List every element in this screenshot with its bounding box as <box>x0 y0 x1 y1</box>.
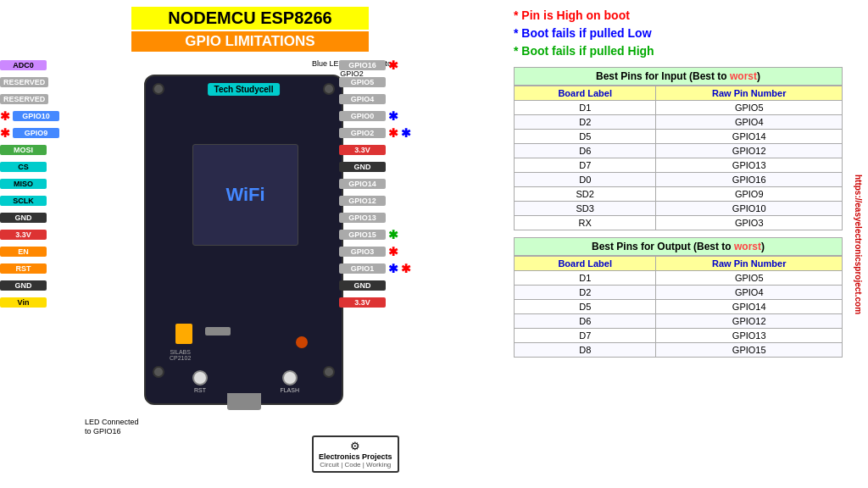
input-table-title: Best Pins for Input (Best to worst) <box>514 67 843 86</box>
pin-adc0: ADC0 <box>0 60 47 70</box>
pin-row-gpio14: GPIO14 <box>339 176 411 191</box>
pin-en: EN <box>0 247 47 257</box>
pin-row-gpio3: GPIO3 ✱ <box>339 244 411 259</box>
pin-gpio13: GPIO13 <box>339 213 386 223</box>
legend-item3: * Boot fails if pulled High <box>514 42 843 60</box>
logo-sub: Circuit | Code | Working <box>319 461 392 469</box>
pin-row-en: EN <box>0 244 59 259</box>
mount-hole-tr <box>323 83 335 95</box>
star-gpio2-red: ✱ <box>388 126 398 140</box>
title-box: NODEMCU ESP8266 GPIO LIMITATIONS <box>131 7 369 52</box>
pin-row-gnd1: GND <box>0 210 59 225</box>
pin-row-gpio5: GPIO5 <box>339 75 411 90</box>
input-header-board: Board Label <box>515 86 656 101</box>
pin-gnd1: GND <box>0 213 47 223</box>
output-table-title: Best Pins for Output (Best to worst) <box>514 237 843 256</box>
logo-box: ⚙ Electronics Projects Circuit | Code | … <box>312 435 399 473</box>
table-row: SD2GPIO9 <box>515 187 843 202</box>
rst-button[interactable] <box>192 370 208 385</box>
output-table: Board Label Raw Pin Number D1GPIO5D2GPIO… <box>514 256 843 358</box>
flash-label: FLASH <box>280 370 299 393</box>
component-strip <box>205 327 231 336</box>
pin-3v3-r2: 3.3V <box>339 297 386 308</box>
board-body: Tech Studycell WiFi SILABSCP2102 RST FLA… <box>144 75 343 405</box>
pin-row-cs: CS <box>0 159 59 175</box>
pin-row-mosi: MOSI <box>0 142 59 158</box>
pin-gpio0: GPIO0 <box>339 111 386 121</box>
table-row: D7GPIO13 <box>515 158 843 173</box>
vertical-text: https://easyelectronicsproject.com <box>854 174 864 313</box>
pin-row-rst: RST <box>0 261 59 276</box>
board-container: Tech Studycell WiFi SILABSCP2102 RST FLA… <box>131 58 356 413</box>
input-table-container: Best Pins for Input (Best to worst) Boar… <box>514 67 843 230</box>
table-row: RXGPIO3 <box>515 216 843 230</box>
pin-gpio12: GPIO12 <box>339 196 386 206</box>
table-row: D2GPIO4 <box>515 286 843 300</box>
pin-row-gpio15: GPIO15 ✱ <box>339 227 411 242</box>
component-led <box>296 336 308 348</box>
star-gpio1-red: ✱ <box>401 262 411 275</box>
pin-gpio1: GPIO1 <box>339 263 386 274</box>
pin-vin: Vin <box>0 297 47 308</box>
title-gpio: GPIO LIMITATIONS <box>131 31 369 52</box>
pin-gpio9: GPIO9 <box>13 128 59 138</box>
gpio16-annotation: LED Connectedto GPIO16 <box>85 418 139 437</box>
pin-gpio3: GPIO3 <box>339 247 386 257</box>
board-diagram: NODEMCU ESP8266 GPIO LIMITATIONS Blue LE… <box>0 0 526 488</box>
output-header-raw: Raw Pin Number <box>656 257 843 271</box>
pin-gpio15: GPIO15 <box>339 230 386 240</box>
pin-labels-right: GPIO16 ✱ GPIO5 GPIO4 GPIO0 ✱ GPIO2 ✱ ✱ 3… <box>339 58 411 310</box>
wifi-text: WiFi <box>225 184 264 206</box>
output-header-board: Board Label <box>515 257 656 271</box>
legend-item1: * Pin is High on boot <box>514 7 843 25</box>
pin-row-gpio10: ✱ GPIO10 <box>0 108 59 124</box>
pin-rst: RST <box>0 263 47 274</box>
pin-gnd2: GND <box>0 280 47 291</box>
pin-gnd-r2: GND <box>339 280 386 291</box>
pin-row-3v3-1: 3.3V <box>0 227 59 242</box>
pin-row-gpio4: GPIO4 <box>339 92 411 107</box>
pin-row-gnd-r1: GND <box>339 159 411 175</box>
table-row: SD3GPIO10 <box>515 202 843 216</box>
output-title-to: to <box>719 241 734 252</box>
logo-title: Electronics Projects <box>319 452 392 461</box>
pin-row-sclk: SCLK <box>0 193 59 208</box>
star-gpio16: ✱ <box>388 58 398 72</box>
table-row: D6GPIO12 <box>515 144 843 158</box>
pin-gpio14: GPIO14 <box>339 179 386 189</box>
mount-hole-br <box>323 366 335 378</box>
pin-row-adc0: ADC0 <box>0 58 59 73</box>
flash-button[interactable] <box>282 370 298 385</box>
legend-item2: * Boot fails if pulled Low <box>514 25 843 42</box>
input-title-best: Best Pins for Input ( <box>596 70 693 82</box>
pin-mosi: MOSI <box>0 145 47 155</box>
input-table: Board Label Raw Pin Number D1GPIO5D2GPIO… <box>514 86 843 230</box>
pin-row-vin: Vin <box>0 295 59 310</box>
table-row: D8GPIO15 <box>515 343 843 358</box>
pin-row-gpio2: GPIO2 ✱ ✱ <box>339 125 411 141</box>
title-nodemcu: NODEMCU ESP8266 <box>131 7 369 30</box>
logo-icon: ⚙ <box>319 440 392 452</box>
star-gpio3: ✱ <box>388 245 398 258</box>
star-gpio9: ✱ <box>0 126 10 140</box>
pin-row-3v3-r: 3.3V <box>339 142 411 158</box>
input-title-best2: Best <box>693 70 715 82</box>
table-row: D0GPIO16 <box>515 173 843 187</box>
input-title-worst: worst <box>730 70 757 82</box>
pin-sclk: SCLK <box>0 196 47 206</box>
pin-gpio5: GPIO5 <box>339 77 386 87</box>
table-row: D5GPIO14 <box>515 300 843 314</box>
star-gpio2-blue: ✱ <box>401 126 411 140</box>
table-row: D5GPIO14 <box>515 130 843 144</box>
usb-connector <box>227 393 261 410</box>
pin-row-gnd-r2: GND <box>339 278 411 293</box>
table-row: D2GPIO4 <box>515 115 843 130</box>
table-row: D7GPIO13 <box>515 329 843 343</box>
pin-row-gpio9: ✱ GPIO9 <box>0 125 59 141</box>
output-title-worst: worst <box>734 241 761 252</box>
right-section: * Pin is High on boot * Boot fails if pu… <box>507 0 849 488</box>
pin-row-reserved1: RESERVED <box>0 75 59 90</box>
rst-label: RST <box>192 370 208 393</box>
silabs-label: SILABSCP2102 <box>170 349 191 361</box>
output-title-best2: Best <box>697 241 719 252</box>
